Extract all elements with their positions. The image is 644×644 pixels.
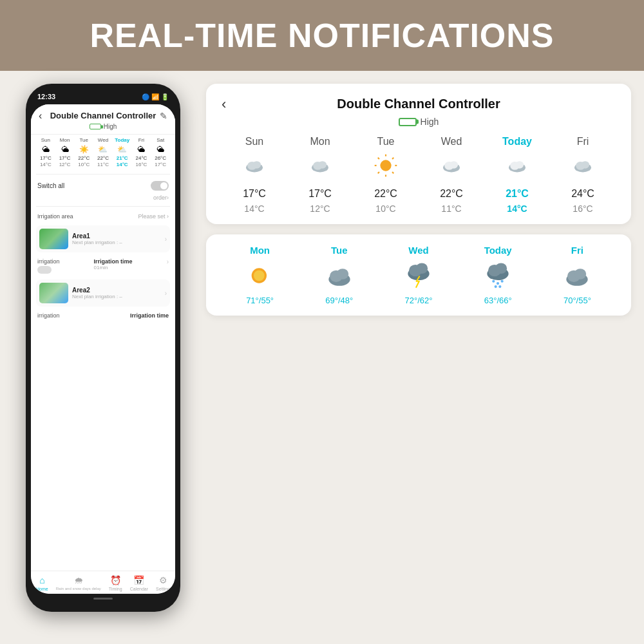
svg-point-2 — [252, 161, 261, 169]
phone-please-set: Please set › — [138, 213, 169, 220]
phone-day-0: Sun — [36, 137, 55, 143]
svg-point-39 — [498, 285, 501, 288]
right-panel: ‹ Double Channel Controller High Sun Mon… — [206, 84, 631, 638]
phone-weather-high: 17°C 17°C 22°C 22°C 21°C 24°C 26°C — [36, 155, 170, 161]
phone-nav-calendar[interactable]: 📅 Calendar — [130, 575, 148, 591]
phone-weather-low: 14°C 12°C 10°C 11°C 14°C 16°C 17°C — [36, 162, 170, 167]
phone-back-button[interactable]: ‹ — [39, 110, 42, 122]
wc-icon-3 — [419, 154, 484, 182]
svg-line-12 — [392, 172, 393, 173]
phone-area2-thumb — [39, 283, 68, 303]
phone-nav-setting-label: Setting — [156, 587, 170, 591]
ws-icon-mon — [222, 260, 298, 292]
phone-title-row: ‹ Double Channel Controller ✎ — [39, 111, 167, 120]
wc-low-3: 11°C — [419, 204, 484, 214]
svg-point-31 — [416, 263, 428, 274]
phone-switch-label: Switch all — [37, 182, 64, 189]
wc-days-row: Sun Mon Tue Wed Today Fri — [222, 136, 616, 147]
phone-switch-row: Switch all — [31, 178, 175, 193]
phone-area2-info: Area2 Next plan irrigation : – — [72, 287, 161, 299]
phone-nav-setting[interactable]: ⚙ Setting — [156, 575, 170, 591]
phone-nav-rain-label: Rain and snow days delay — [56, 587, 101, 591]
page-title: REAL-TIME NOTIFICATIONS — [90, 16, 554, 55]
phone-irrig2-left: irrigation — [37, 312, 60, 319]
wc-high-5: 24°C — [550, 188, 616, 200]
phone-area1-chevron: › — [165, 236, 167, 243]
phone-battery-row: High — [39, 123, 167, 130]
phone-edit-button[interactable]: ✎ — [160, 111, 167, 121]
phone-nav-timing[interactable]: ⏰ Timing — [109, 575, 122, 591]
wc-back-button[interactable]: ‹ — [222, 96, 226, 113]
ws-temp-fri: 70°/55° — [539, 296, 616, 305]
phone-high-0: 17°C — [36, 155, 55, 161]
svg-point-35 — [492, 280, 495, 283]
phone-day-3: Wed — [93, 137, 113, 143]
wc-icon-5 — [550, 154, 616, 182]
wc-day-2: Tue — [353, 136, 419, 147]
phone-irrig2-time-label: Irrigation time — [130, 312, 169, 319]
phone-status-bar: 12:33 🔵 📶 🔋 — [31, 93, 175, 100]
wc-high-3: 22°C — [419, 188, 484, 200]
wc-low-row: 14°C 12°C 10°C 11°C 14°C 16°C — [222, 204, 616, 214]
phone-irrig-toggle[interactable] — [37, 266, 52, 274]
phone-day-5: Fri — [132, 137, 151, 143]
phone-area2-card[interactable]: Area2 Next plan irrigation : – › — [36, 279, 170, 307]
phone-nav-rain[interactable]: 🌧 Rain and snow days delay — [56, 575, 101, 591]
phone-irrig-chevron: › — [167, 258, 169, 265]
phone-area1-card[interactable]: Area1 Next plan irrigation : – › — [36, 225, 170, 252]
svg-point-20 — [515, 161, 524, 169]
wc-high-row: 17°C 17°C 22°C 22°C 21°C 24°C — [222, 188, 616, 200]
phone-high-5: 24°C — [132, 155, 151, 161]
phone-icon-0: 🌥 — [36, 145, 55, 154]
ws-day-today: Today — [460, 245, 536, 256]
phone-low-5: 16°C — [132, 162, 151, 167]
phone-toggle[interactable] — [151, 181, 169, 191]
main-content: 12:33 🔵 📶 🔋 ‹ Double Channel Controller … — [0, 71, 644, 644]
svg-line-14 — [378, 172, 379, 173]
phone-nav-calendar-label: Calendar — [130, 587, 148, 591]
phone-low-today: 14°C — [113, 162, 132, 167]
ws-day-wed: Wed — [380, 245, 457, 256]
phone-low-3: 11°C — [93, 162, 113, 167]
phone-low-0: 14°C — [36, 162, 55, 167]
phone-area1-info: Area1 Next plan irrigation : – — [72, 232, 161, 245]
wc-high-1: 17°C — [287, 188, 353, 200]
phone-day-2: Tue — [74, 137, 93, 143]
phone-day-6: Sat — [151, 137, 170, 143]
wc-battery-label: High — [421, 117, 439, 127]
phone-rain-icon: 🌧 — [74, 575, 83, 585]
phone-icon-today: ⛅ — [113, 145, 132, 154]
weather-card: ‹ Double Channel Controller High Sun Mon… — [206, 84, 631, 224]
phone-divider-2 — [36, 206, 170, 207]
wc-low-2: 10°C — [353, 204, 419, 214]
phone-mockup: 12:33 🔵 📶 🔋 ‹ Double Channel Controller … — [13, 84, 193, 638]
phone-body: 12:33 🔵 📶 🔋 ‹ Double Channel Controller … — [26, 84, 180, 612]
svg-point-34 — [495, 263, 507, 274]
phone-irrig2-right: Irrigation time — [130, 312, 169, 319]
wc-icon-2 — [353, 154, 419, 182]
wc-icons-row — [222, 154, 616, 182]
phone-app-header: ‹ Double Channel Controller ✎ High — [31, 104, 175, 135]
ws-icon-tue — [301, 260, 377, 292]
phone-irrig2-label: irrigation — [37, 312, 60, 319]
phone-irrig-row-1: irrigation Irrigation time 01min › — [31, 256, 175, 276]
ws-day-tue: Tue — [301, 245, 377, 256]
ws-item-tue: Tue 69°/48° — [301, 245, 377, 305]
phone-area1-name: Area1 — [72, 232, 161, 240]
wc-title: Double Channel Controller — [337, 97, 500, 111]
ws-item-fri: Fri 70°/55° — [539, 245, 616, 305]
phone-app-title: Double Channel Controller — [50, 111, 156, 120]
wc-low-1: 12°C — [287, 204, 353, 214]
svg-point-25 — [254, 270, 265, 281]
phone-calendar-icon: 📅 — [133, 575, 144, 585]
svg-point-23 — [581, 161, 589, 169]
phone-area2-name: Area2 — [72, 287, 161, 294]
phone-nav-home[interactable]: ⌂ Home — [36, 575, 48, 591]
phone-high-2: 22°C — [74, 155, 93, 161]
phone-day-today: Today — [113, 137, 132, 143]
phone-icon-5: 🌥 — [132, 145, 151, 154]
phone-weather-days: Sun Mon Tue Wed Today Fri Sat — [36, 137, 170, 143]
phone-timing-icon: ⏰ — [110, 575, 121, 585]
svg-line-13 — [392, 158, 393, 159]
ws-icon-fri — [539, 260, 616, 292]
